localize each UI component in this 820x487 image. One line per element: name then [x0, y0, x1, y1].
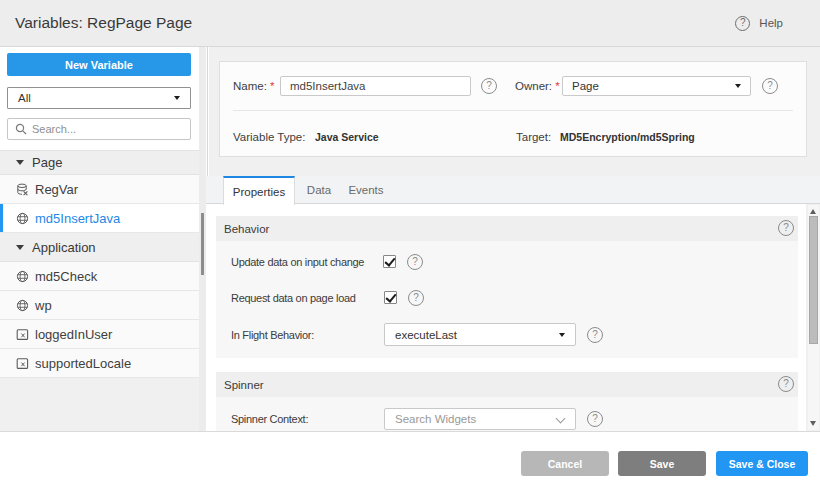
save-button[interactable]: Save	[618, 451, 706, 476]
sidebar-empty-area	[0, 378, 199, 431]
in-flight-behavior-select[interactable]: executeLast	[384, 323, 576, 346]
variable-type-value: Java Service	[315, 127, 379, 147]
owner-label-text: Owner:	[515, 80, 552, 92]
help-label: Help	[759, 17, 783, 29]
in-flight-behavior-value: executeLast	[395, 329, 457, 341]
tree-group-page[interactable]: Page	[0, 150, 199, 175]
tab-events[interactable]: Events	[342, 176, 390, 204]
required-asterisk: *	[555, 80, 559, 92]
update-data-label: Update data on input change	[231, 256, 364, 268]
cancel-button[interactable]: Cancel	[521, 451, 609, 476]
tree-item-label: wp	[35, 298, 52, 313]
chevron-down-icon	[559, 333, 565, 337]
tree-item-label: md5InsertJava	[35, 211, 120, 226]
name-label-text: Name:	[233, 80, 267, 92]
tree-item-regvar[interactable]: RegVar	[0, 175, 199, 204]
chevron-down-icon	[735, 84, 741, 88]
behavior-section-title: Behavior	[224, 223, 269, 235]
spinner-context-placeholder: Search Widgets	[395, 413, 476, 425]
behavior-help-icon[interactable]: ?	[778, 220, 794, 236]
tree-item-md5check[interactable]: md5Check	[0, 262, 199, 291]
database-variable-icon	[16, 183, 29, 196]
chevron-down-icon	[174, 96, 180, 100]
variable-icon	[16, 357, 29, 370]
behavior-section-body: Update data on input change ? Request da…	[216, 241, 798, 358]
in-flight-control-group: executeLast	[384, 323, 576, 346]
behavior-section-header: Behavior ?	[216, 216, 798, 241]
spinner-context-control-group: Search Widgets	[384, 408, 576, 430]
spinner-context-label: Spinner Context:	[231, 413, 308, 425]
spinner-help-icon[interactable]: ?	[778, 376, 794, 392]
scroll-up-icon[interactable]	[810, 209, 816, 214]
dialog-footer: Cancel Save Save & Close	[0, 431, 820, 487]
name-input[interactable]: md5InsertJava	[280, 76, 471, 96]
owner-select[interactable]: Page	[562, 76, 751, 96]
name-help-icon[interactable]: ?	[481, 78, 497, 94]
help-circle-icon: ?	[735, 16, 750, 31]
page-title: Variables: RegPage Page	[15, 0, 192, 46]
owner-select-value: Page	[572, 80, 599, 92]
tree-group-label: Page	[32, 155, 62, 170]
tree-group-label: Application	[32, 240, 96, 255]
request-data-row: Request data on page load ?	[231, 286, 798, 309]
variables-tree: Page RegVar	[0, 150, 199, 378]
update-data-row: Update data on input change ?	[231, 250, 798, 273]
request-data-control-group: ?	[384, 290, 424, 306]
spinner-section-body: Spinner Context: Search Widgets ?	[216, 397, 798, 431]
collapse-triangle-icon	[16, 160, 24, 165]
tree-item-supportedlocale[interactable]: supportedLocale	[0, 349, 199, 378]
request-data-help-icon[interactable]: ?	[408, 290, 424, 306]
target-label: Target:	[516, 127, 551, 147]
spinner-context-help-icon[interactable]: ?	[587, 411, 603, 427]
new-variable-button[interactable]: New Variable	[7, 53, 191, 76]
help-button[interactable]: ? Help	[735, 0, 783, 46]
variable-type-label: Variable Type:	[233, 127, 305, 147]
variable-summary-panel: Name: * md5InsertJava ? Owner: * Page ? …	[219, 61, 807, 157]
sidebar-scrollbar-thumb[interactable]	[201, 213, 204, 275]
properties-scrollbar-thumb[interactable]	[809, 216, 818, 344]
required-asterisk: *	[270, 80, 274, 92]
update-data-checkbox[interactable]	[383, 255, 396, 268]
name-input-value: md5InsertJava	[290, 80, 365, 92]
dialog-header: Variables: RegPage Page ? Help	[0, 0, 820, 47]
search-icon	[15, 123, 27, 135]
name-label: Name: *	[233, 76, 275, 96]
spinner-section-header: Spinner ?	[216, 372, 798, 397]
tab-data[interactable]: Data	[294, 176, 344, 204]
tab-properties[interactable]: Properties	[223, 176, 295, 205]
in-flight-behavior-label: In Flight Behavior:	[231, 329, 314, 341]
tree-item-md5insertjava[interactable]: md5InsertJava	[0, 204, 199, 233]
spinner-section: Spinner ? Spinner Context: Search Widget…	[216, 372, 798, 431]
tree-item-loggedinuser[interactable]: loggedInUser	[0, 320, 199, 349]
scroll-down-icon[interactable]	[810, 421, 816, 426]
tree-group-application[interactable]: Application	[0, 233, 199, 262]
variable-detail-panel: Name: * md5InsertJava ? Owner: * Page ? …	[209, 47, 820, 431]
properties-scrollbar[interactable]	[808, 205, 819, 430]
properties-tab-content: Behavior ? Update data on input change ?…	[206, 204, 806, 431]
tree-item-label: loggedInUser	[35, 327, 112, 342]
detail-tabstrip: Properties Data Events	[206, 176, 820, 204]
update-data-control-group: ?	[383, 254, 423, 270]
spinner-context-combobox[interactable]: Search Widgets	[384, 408, 576, 430]
search-input[interactable]	[32, 123, 183, 135]
variable-filter-value: All	[18, 92, 31, 104]
tree-item-label: md5Check	[35, 269, 97, 284]
target-value: MD5Encryption/md5Spring	[560, 127, 695, 147]
request-data-checkbox[interactable]	[384, 291, 397, 304]
globe-service-icon	[16, 212, 29, 225]
in-flight-behavior-row: In Flight Behavior: executeLast ?	[231, 323, 798, 346]
tree-item-wp[interactable]: wp	[0, 291, 199, 320]
globe-service-icon	[16, 270, 29, 283]
sidebar-scrollbar[interactable]	[199, 47, 206, 431]
collapse-triangle-icon	[16, 245, 24, 250]
update-data-help-icon[interactable]: ?	[407, 254, 423, 270]
tree-item-label: RegVar	[35, 182, 78, 197]
owner-help-icon[interactable]: ?	[762, 78, 778, 94]
globe-service-icon	[16, 299, 29, 312]
tree-item-label: supportedLocale	[35, 356, 131, 371]
variable-filter-select[interactable]: All	[7, 87, 191, 109]
save-and-close-button[interactable]: Save & Close	[716, 451, 808, 476]
chevron-down-icon	[557, 415, 565, 423]
in-flight-behavior-help-icon[interactable]: ?	[587, 327, 603, 343]
form-divider	[233, 110, 793, 111]
